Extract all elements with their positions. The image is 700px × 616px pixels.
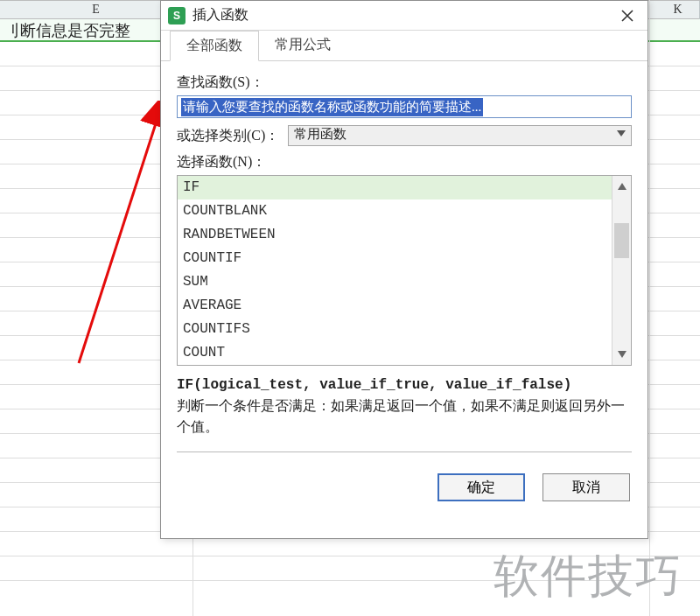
list-item[interactable]: SUM — [178, 270, 612, 294]
scrollbar-thumb[interactable] — [614, 223, 629, 258]
window-title: 插入函数 — [192, 6, 248, 24]
cell-E1[interactable]: 刂断信息是否完整 — [4, 19, 162, 42]
close-icon — [621, 10, 634, 22]
list-item[interactable]: COUNTBLANK — [178, 200, 612, 223]
button-row: 确定 取消 — [161, 461, 648, 514]
category-value: 常用函数 — [294, 127, 346, 141]
spreadsheet-background: E K 刂断信息是否完整 S 插入函数 全部函数 常用公式 — [0, 0, 700, 616]
list-item[interactable]: COUNT — [178, 341, 612, 365]
search-input-selection: 请输入您要查找的函数名称或函数功能的简要描述... — [181, 98, 483, 116]
insert-function-dialog: S 插入函数 全部函数 常用公式 查找函数(S)： 请输入您要查找的函数名称或函… — [160, 0, 648, 539]
column-header-K[interactable]: K — [656, 1, 700, 20]
dialog-body: 查找函数(S)： 请输入您要查找的函数名称或函数功能的简要描述... 或选择类别… — [161, 61, 648, 461]
chevron-down-icon — [617, 130, 626, 136]
list-item[interactable]: AVERAGE — [178, 294, 612, 318]
search-label: 查找函数(S)： — [177, 74, 632, 92]
function-signature: IF(logical_test, value_if_true, value_if… — [177, 374, 632, 396]
app-icon: S — [168, 7, 186, 24]
tab-common-formulas[interactable]: 常用公式 — [259, 31, 346, 60]
list-item[interactable]: IF — [178, 176, 612, 200]
category-label: 或选择类别(C)： — [177, 127, 279, 145]
tab-bar: 全部函数 常用公式 — [161, 31, 648, 61]
scrollbar[interactable] — [612, 176, 631, 365]
scroll-up-icon[interactable] — [612, 176, 631, 197]
function-list-label: 选择函数(N)： — [177, 153, 632, 172]
list-item[interactable]: COUNTIF — [178, 247, 612, 270]
list-item[interactable]: COUNTIFS — [178, 318, 612, 341]
category-select[interactable]: 常用函数 — [288, 125, 632, 146]
ok-button[interactable]: 确定 — [438, 473, 525, 501]
divider — [177, 452, 632, 452]
close-button[interactable] — [612, 1, 642, 31]
list-item[interactable]: RANDBETWEEN — [178, 223, 612, 247]
function-help-text: 判断一个条件是否满足：如果满足返回一个值，如果不满足则返回另外一个值。 — [177, 396, 632, 438]
scroll-down-icon[interactable] — [612, 344, 631, 365]
titlebar[interactable]: S 插入函数 — [161, 1, 648, 31]
function-description: IF(logical_test, value_if_true, value_if… — [177, 374, 632, 438]
scrollbar-track[interactable] — [612, 197, 631, 344]
tab-all-functions[interactable]: 全部函数 — [170, 31, 259, 61]
search-input[interactable]: 请输入您要查找的函数名称或函数功能的简要描述... — [177, 95, 632, 118]
function-listbox[interactable]: IF COUNTBLANK RANDBETWEEN COUNTIF SUM AV… — [177, 175, 632, 366]
cancel-button[interactable]: 取消 — [542, 473, 630, 501]
